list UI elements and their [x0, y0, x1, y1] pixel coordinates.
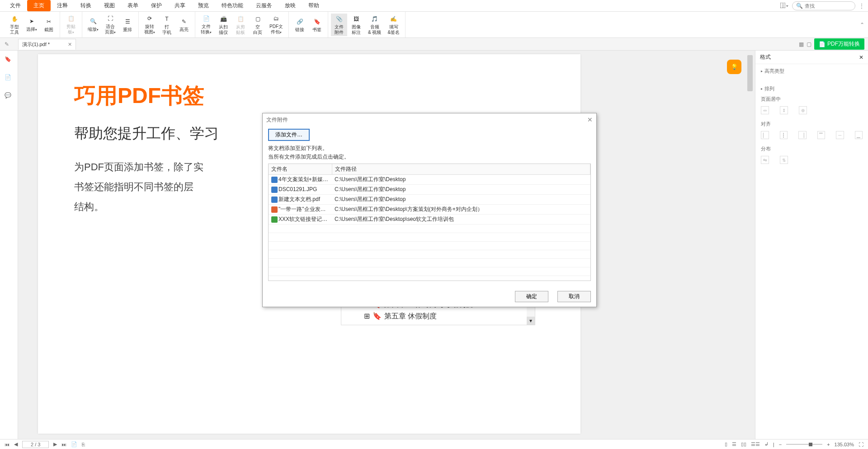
- scroll-thumb[interactable]: [747, 55, 753, 91]
- pdf-convert-button[interactable]: 📄 PDF万能转换: [814, 38, 864, 50]
- cancel-button[interactable]: 取消: [557, 291, 591, 302]
- more-menu-icon[interactable]: ⋮: [859, 3, 864, 9]
- grid-view-icon[interactable]: ▦: [799, 41, 804, 47]
- ribbon-cursor-button[interactable]: ➤选择▾: [24, 16, 40, 33]
- ribbon-label: 从扫描仪: [219, 24, 228, 35]
- distribute-vertical-icon[interactable]: ⇅: [780, 156, 788, 164]
- copy-icon[interactable]: ⎘: [82, 442, 85, 447]
- align-top-icon[interactable]: ▔: [817, 131, 826, 139]
- table-row[interactable]: XXX软文链接登记表…C:\Users\黑框工作室\Desktop\seo软文工…: [269, 215, 590, 224]
- align-right-icon[interactable]: ▕: [798, 131, 807, 139]
- center-horizontal-icon[interactable]: ⇔: [761, 106, 769, 114]
- menu-item[interactable]: 保护: [145, 0, 168, 11]
- menu-item[interactable]: 转换: [74, 0, 98, 11]
- section-highlight-type[interactable]: 高亮类型: [761, 68, 863, 75]
- add-file-button[interactable]: 添加文件…: [268, 129, 310, 141]
- center-both-icon[interactable]: ⊕: [799, 106, 807, 114]
- menu-item[interactable]: 帮助: [302, 0, 326, 11]
- toc-row[interactable]: ⊞🔖第五章 休假制度: [364, 310, 473, 322]
- page-icon[interactable]: 📄: [5, 74, 14, 83]
- prev-page-icon[interactable]: ◀: [14, 441, 18, 447]
- menu-item[interactable]: 云服务: [250, 0, 278, 11]
- table-row[interactable]: DSC01291.JPGC:\Users\黑框工作室\Desktop: [269, 185, 590, 195]
- ribbon-bookmark-button[interactable]: 🔖书签: [309, 16, 325, 33]
- ribbon-image-button[interactable]: 🖼图像标注: [348, 14, 364, 36]
- fullscreen-icon[interactable]: ⛶: [859, 442, 863, 447]
- distribute-horizontal-icon[interactable]: ⇆: [761, 156, 769, 164]
- zoom-value[interactable]: 135.03%: [835, 442, 854, 447]
- ribbon-hand-button[interactable]: ✋手型工具: [6, 14, 23, 36]
- next-page-icon[interactable]: ▶: [53, 441, 57, 447]
- ribbon-convert-button[interactable]: 📄文件转换▾: [198, 13, 214, 36]
- ribbon-portfolio-button[interactable]: 🗂PDF文件包▾: [267, 13, 286, 36]
- ribbon-fitpage-button[interactable]: ⛶适合页面▾: [102, 13, 118, 36]
- ribbon-rotate-button[interactable]: ⟳旋转视图▾: [142, 13, 158, 36]
- hint-bulb-icon[interactable]: 💡: [727, 60, 741, 74]
- menu-item[interactable]: 注释: [51, 0, 74, 11]
- menu-item[interactable]: 共享: [168, 0, 192, 11]
- close-icon[interactable]: ✕: [859, 54, 863, 61]
- table-row[interactable]: 4年文案策划+新媒…C:\Users\黑框工作室\Desktop: [269, 175, 590, 185]
- ribbon-scanner-button[interactable]: 📠从扫描仪: [215, 14, 231, 36]
- zoom-in-icon[interactable]: +: [827, 442, 830, 447]
- ribbon-clipboard-button[interactable]: 📋剪贴板▾: [63, 13, 79, 36]
- ribbon-blank-button[interactable]: ▢空白页: [250, 14, 266, 36]
- menu-item[interactable]: 放映: [278, 0, 302, 11]
- collapse-ribbon-icon[interactable]: ⌃: [860, 22, 864, 28]
- align-center-icon[interactable]: ┇: [780, 131, 788, 139]
- view-single-icon[interactable]: ▯: [725, 441, 727, 447]
- zoom-out-icon[interactable]: −: [779, 442, 782, 447]
- scrollbar[interactable]: [747, 51, 753, 439]
- align-left-icon[interactable]: ▏: [761, 131, 769, 139]
- search-input[interactable]: [805, 3, 851, 9]
- file-path: C:\Users\黑框工作室\Desktop\seo软文工作培训包: [332, 215, 590, 224]
- pencil-icon[interactable]: ✎: [5, 41, 9, 47]
- col-filepath[interactable]: 文件路径: [332, 164, 590, 175]
- ribbon-attach-button[interactable]: 📎文件附件: [331, 14, 347, 36]
- menu-item[interactable]: 视图: [98, 0, 121, 11]
- scroll-down-icon[interactable]: ▾: [527, 317, 535, 325]
- layout-mode-icon[interactable]: ⿲▾: [780, 3, 788, 9]
- close-icon[interactable]: ✕: [68, 42, 72, 47]
- ribbon-reflow-button[interactable]: ☰重排: [119, 16, 136, 33]
- single-view-icon[interactable]: ▢: [807, 41, 811, 47]
- first-page-icon[interactable]: ⏮: [5, 442, 9, 447]
- ribbon-label: 重排: [123, 27, 132, 33]
- ribbon-screenshot-button[interactable]: ✂截图: [41, 16, 57, 33]
- align-middle-icon[interactable]: ─: [836, 131, 844, 139]
- view-cont-facing-icon[interactable]: ☰☰: [751, 441, 760, 447]
- ribbon-sign-button[interactable]: ✍填写&签名: [385, 14, 402, 36]
- bookmark-icon[interactable]: 🔖: [5, 56, 14, 65]
- page-icon[interactable]: 📄: [71, 441, 77, 447]
- search-box[interactable]: 🔍: [792, 1, 855, 10]
- view-continuous-icon[interactable]: ☰: [732, 441, 736, 447]
- center-vertical-icon[interactable]: ⇕: [780, 106, 788, 114]
- expand-icon[interactable]: ⊞: [364, 310, 370, 322]
- document-tab[interactable]: 演示(1).pdf * ✕: [18, 39, 76, 50]
- menu-item[interactable]: 特色功能: [215, 0, 250, 11]
- table-row[interactable]: 新建文本文档.pdfC:\Users\黑框工作室\Desktop: [269, 195, 590, 205]
- zoom-slider[interactable]: [786, 444, 822, 444]
- view-wrap-icon[interactable]: ↲: [764, 441, 769, 447]
- ribbon-media-button[interactable]: 🎵音频& 视频: [365, 14, 384, 36]
- section-arrange[interactable]: 排列: [761, 85, 863, 92]
- page-indicator[interactable]: 2 / 3: [22, 441, 49, 448]
- menu-item[interactable]: 文件: [4, 0, 27, 11]
- col-filename[interactable]: 文件名: [269, 164, 332, 175]
- menu-item[interactable]: 主页: [27, 0, 51, 11]
- last-page-icon[interactable]: ⏭: [61, 442, 66, 447]
- ribbon-link-button[interactable]: 🔗链接: [292, 16, 308, 33]
- menu-item[interactable]: 表单: [121, 0, 145, 11]
- align-bottom-icon[interactable]: ▁: [855, 131, 863, 139]
- close-icon[interactable]: ✕: [587, 116, 593, 123]
- comment-icon[interactable]: 💬: [5, 92, 14, 101]
- ribbon-highlight-button[interactable]: ✎高亮: [176, 16, 192, 33]
- view-facing-icon[interactable]: ▯▯: [741, 441, 746, 447]
- ribbon-zoom-button[interactable]: 🔍缩放▾: [85, 16, 101, 33]
- file-list[interactable]: 文件名 文件路径 4年文案策划+新媒…C:\Users\黑框工作室\Deskto…: [268, 164, 591, 281]
- table-row[interactable]: "一带一路"企业发展…C:\Users\黑框工作室\Desktop\方案策划(对…: [269, 205, 590, 215]
- ribbon-typewriter-button[interactable]: T打字机: [159, 14, 175, 36]
- ribbon-fromclip-button[interactable]: 📋从剪贴板: [232, 14, 249, 36]
- ok-button[interactable]: 确定: [515, 291, 548, 302]
- menu-item[interactable]: 预览: [192, 0, 215, 11]
